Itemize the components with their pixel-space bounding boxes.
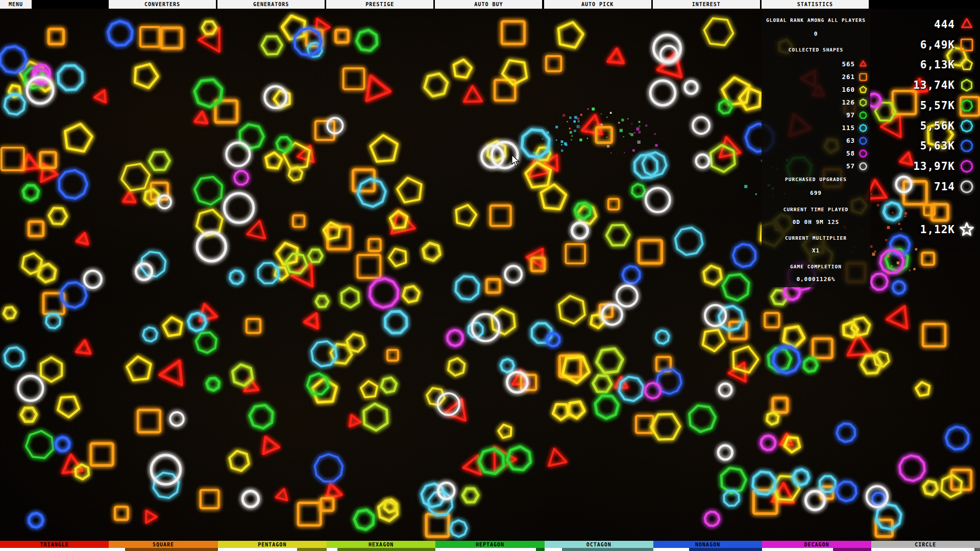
field-shape-triangle[interactable] xyxy=(247,221,265,239)
field-shape-hexagon[interactable] xyxy=(316,296,329,307)
field-shape-hexagon[interactable] xyxy=(202,21,216,34)
field-shape-triangle[interactable] xyxy=(887,306,907,328)
field-shape-pentagon[interactable] xyxy=(135,64,158,88)
field-shape-pentagon[interactable] xyxy=(371,135,398,162)
field-shape-heptagon[interactable] xyxy=(479,448,503,473)
field-shape-hexagon[interactable] xyxy=(593,375,612,392)
field-shape-circle[interactable] xyxy=(18,376,43,401)
menu-button[interactable]: MENU xyxy=(0,0,32,9)
field-shape-circle[interactable] xyxy=(472,314,499,341)
field-shape-square[interactable] xyxy=(923,324,945,346)
field-shape-heptagon[interactable] xyxy=(250,405,273,429)
field-shape-circle[interactable] xyxy=(151,455,180,484)
field-shape-hexagon[interactable] xyxy=(4,307,16,318)
field-shape-triangle[interactable] xyxy=(463,456,481,474)
field-shape-square[interactable] xyxy=(247,319,260,333)
field-shape-triangle[interactable] xyxy=(366,76,390,101)
field-shape-pentagon[interactable] xyxy=(282,16,305,39)
field-shape-square[interactable] xyxy=(773,398,787,412)
field-shape-octagon[interactable] xyxy=(501,359,514,372)
field-shape-heptagon[interactable] xyxy=(277,137,291,152)
field-shape-hexagon[interactable] xyxy=(121,164,150,190)
field-shape-square[interactable] xyxy=(293,215,304,227)
field-shape-hexagon[interactable] xyxy=(448,358,464,375)
field-shape-heptagon[interactable] xyxy=(507,446,531,470)
field-shape-nonagon[interactable] xyxy=(893,282,905,294)
field-shape-square[interactable] xyxy=(201,490,219,509)
bottom-segment-triangle[interactable]: TRIANGLE xyxy=(0,541,109,551)
field-shape-square[interactable] xyxy=(344,68,364,89)
field-shape-heptagon[interactable] xyxy=(723,274,749,300)
bottom-segment-circle[interactable]: CIRCLE xyxy=(871,541,980,551)
field-shape-octagon[interactable] xyxy=(358,179,386,207)
field-shape-triangle[interactable] xyxy=(720,137,740,157)
field-shape-hexagon[interactable] xyxy=(463,489,478,502)
field-shape-pentagon[interactable] xyxy=(127,357,151,380)
field-shape-heptagon[interactable] xyxy=(194,80,222,107)
field-shape-octagon[interactable] xyxy=(532,323,551,343)
field-shape-hexagon[interactable] xyxy=(149,152,169,170)
field-shape-triangle[interactable] xyxy=(608,49,623,63)
field-shape-square[interactable] xyxy=(636,416,653,433)
field-shape-triangle[interactable] xyxy=(292,264,312,287)
field-shape-triangle[interactable] xyxy=(160,361,182,385)
field-shape-pentagon[interactable] xyxy=(456,205,477,226)
field-shape-circle[interactable] xyxy=(650,81,675,106)
field-shape-pentagon[interactable] xyxy=(568,402,585,418)
field-shape-heptagon[interactable] xyxy=(804,358,817,372)
field-shape-square[interactable] xyxy=(639,240,662,263)
field-shape-pentagon[interactable] xyxy=(783,327,804,347)
field-shape-circle[interactable] xyxy=(170,412,183,425)
field-shape-hexagon[interactable] xyxy=(381,378,397,392)
field-shape-heptagon[interactable] xyxy=(356,30,377,51)
field-shape-pentagon[interactable] xyxy=(361,381,377,397)
field-shape-pentagon[interactable] xyxy=(739,88,761,110)
field-shape-hexagon[interactable] xyxy=(704,18,733,45)
field-shape-octagon[interactable] xyxy=(143,328,157,342)
field-shape-triangle[interactable] xyxy=(63,455,83,473)
tab-interest[interactable]: INTEREST xyxy=(653,0,760,9)
bottom-segment-nonagon[interactable]: NONAGON xyxy=(653,541,762,551)
field-shape-heptagon[interactable] xyxy=(194,177,222,205)
field-shape-nonagon[interactable] xyxy=(56,437,69,451)
field-shape-octagon[interactable] xyxy=(793,469,809,485)
tab-prestige[interactable]: PRESTIGE xyxy=(326,0,433,9)
field-shape-triangle[interactable] xyxy=(77,233,88,244)
field-shape-square[interactable] xyxy=(546,56,561,71)
field-shape-circle[interactable] xyxy=(158,195,171,208)
field-shape-hexagon[interactable] xyxy=(308,249,323,262)
field-shape-square[interactable] xyxy=(298,503,321,525)
field-shape-hexagon[interactable] xyxy=(21,408,37,421)
field-shape-square[interactable] xyxy=(2,148,24,170)
field-shape-triangle[interactable] xyxy=(199,28,219,52)
field-shape-decagon[interactable] xyxy=(645,383,660,398)
field-shape-triangle[interactable] xyxy=(729,363,746,382)
field-shape-triangle[interactable] xyxy=(94,90,106,102)
bottom-segment-decagon[interactable]: DECAGON xyxy=(762,541,871,551)
field-shape-heptagon[interactable] xyxy=(768,348,791,371)
field-shape-heptagon[interactable] xyxy=(354,510,374,530)
field-shape-octagon[interactable] xyxy=(719,306,743,331)
field-shape-circle[interactable] xyxy=(696,155,709,168)
field-shape-heptagon[interactable] xyxy=(690,406,716,432)
field-shape-triangle[interactable] xyxy=(464,86,482,102)
field-shape-circle[interactable] xyxy=(505,266,522,283)
field-shape-triangle[interactable] xyxy=(146,511,157,523)
field-shape-octagon[interactable] xyxy=(450,520,467,537)
field-shape-hexagon[interactable] xyxy=(492,309,515,334)
field-shape-pentagon[interactable] xyxy=(454,60,472,78)
field-shape-circle[interactable] xyxy=(242,491,258,507)
field-shape-hexagon[interactable] xyxy=(559,296,585,323)
bottom-segment-pentagon[interactable]: PENTAGON xyxy=(218,541,327,551)
tab-auto-pick[interactable]: AUTO PICK xyxy=(544,0,651,9)
field-shape-octagon[interactable] xyxy=(884,203,901,220)
field-shape-square[interactable] xyxy=(566,244,585,264)
field-shape-heptagon[interactable] xyxy=(719,101,732,113)
field-shape-hexagon[interactable] xyxy=(262,36,282,54)
field-shape-pentagon[interactable] xyxy=(65,124,92,152)
field-shape-pentagon[interactable] xyxy=(324,222,340,239)
field-shape-decagon[interactable] xyxy=(234,171,249,185)
field-shape-nonagon[interactable] xyxy=(108,21,133,45)
field-shape-heptagon[interactable] xyxy=(721,468,746,493)
field-shape-circle[interactable] xyxy=(227,143,250,166)
